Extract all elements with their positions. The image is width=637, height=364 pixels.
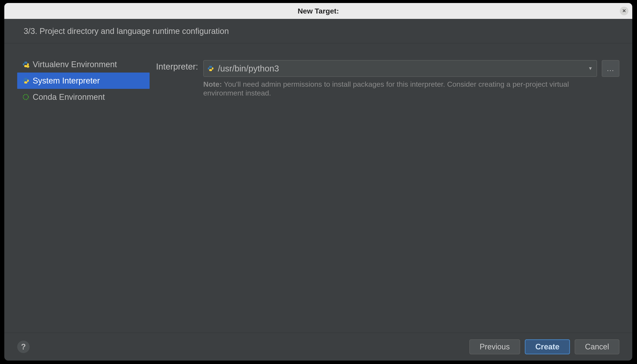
interpreter-dropdown[interactable]: /usr/bin/python3 ▼: [203, 60, 597, 77]
title-bar: New Target: ✕: [4, 3, 632, 19]
svg-point-1: [23, 94, 28, 100]
create-label: Create: [535, 342, 559, 351]
interpreter-label: Interpreter:: [156, 60, 198, 72]
interpreter-value: /usr/bin/python3: [218, 64, 279, 74]
python-icon: [22, 77, 30, 84]
interpreter-field-row: /usr/bin/python3 ▼ ...: [203, 60, 619, 77]
browse-button[interactable]: ...: [602, 60, 619, 77]
conda-icon: [22, 93, 30, 101]
interpreter-type-list: Virtualenv Environment System Interprete…: [17, 56, 150, 333]
previous-label: Previous: [480, 342, 510, 351]
close-icon: ✕: [622, 8, 626, 14]
note-text: You'll need admin permissions to install…: [203, 80, 569, 97]
close-button[interactable]: ✕: [620, 7, 628, 15]
previous-button[interactable]: Previous: [469, 339, 520, 354]
sidebar-item-virtualenv[interactable]: Virtualenv Environment: [17, 56, 150, 72]
window-title: New Target:: [298, 7, 339, 15]
sidebar-item-label: Virtualenv Environment: [33, 60, 117, 69]
help-button[interactable]: ?: [17, 340, 30, 353]
chevron-down-icon: ▼: [588, 66, 593, 71]
wizard-step-title: 3/3. Project directory and language runt…: [4, 19, 632, 43]
interpreter-note: Note: You'll need admin permissions to i…: [203, 80, 619, 98]
sidebar-item-system-interpreter[interactable]: System Interpreter: [17, 72, 150, 89]
step-title-text: 3/3. Project directory and language runt…: [24, 26, 229, 36]
create-button[interactable]: Create: [525, 339, 570, 354]
python-icon: [206, 64, 215, 73]
interpreter-form: Interpreter: /usr/bin/python3 ▼: [150, 56, 619, 333]
note-bold: Note:: [203, 80, 222, 88]
content-area: Virtualenv Environment System Interprete…: [4, 43, 632, 333]
dialog-window: New Target: ✕ 3/3. Project directory and…: [4, 3, 632, 360]
sidebar-item-label: System Interpreter: [33, 76, 100, 86]
help-icon: ?: [21, 342, 26, 351]
cancel-label: Cancel: [585, 342, 609, 351]
sidebar-item-conda[interactable]: Conda Environment: [17, 89, 150, 105]
ellipsis-icon: ...: [607, 64, 614, 73]
cancel-button[interactable]: Cancel: [575, 339, 619, 354]
dialog-footer: ? Previous Create Cancel: [4, 333, 632, 360]
python-venv-icon: [22, 60, 30, 68]
interpreter-field-column: /usr/bin/python3 ▼ ... Note: You'll need…: [203, 60, 619, 98]
sidebar-item-label: Conda Environment: [33, 92, 105, 102]
